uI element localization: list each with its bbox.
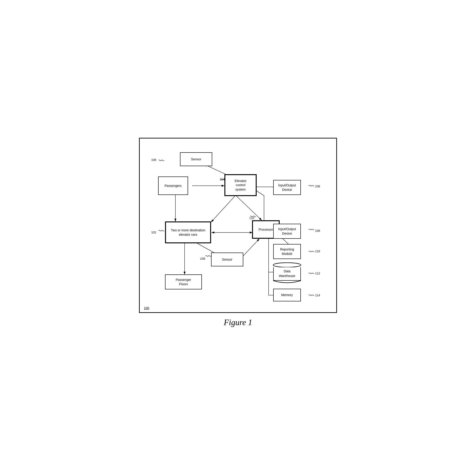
svg-line-11 xyxy=(241,239,259,258)
sensor-mid-ref: 108 xyxy=(200,257,205,260)
passenger-floors-label: PassengerFloors xyxy=(176,278,191,286)
processor-label: Processor xyxy=(258,227,273,232)
input-output-mid-ref: 106 xyxy=(315,229,320,232)
passengers-box: Passengers xyxy=(158,177,188,195)
input-output-mid-box: Input/OutputDevice xyxy=(273,224,301,239)
input-output-top-ref: 106 xyxy=(315,185,320,188)
diagram-number: 100 xyxy=(144,306,149,310)
svg-point-19 xyxy=(273,263,301,267)
destination-cars-box: Two or more destinationelevator cars xyxy=(165,222,211,243)
sensor-mid-label: Sensor xyxy=(222,257,232,262)
elevator-control-box: Elevatorcontrolsystem xyxy=(224,174,257,196)
memory-ref: 114 xyxy=(315,294,320,297)
cylinder-bottom-ellipse xyxy=(273,280,301,283)
elevator-control-label: Elevatorcontrolsystem xyxy=(234,179,246,191)
cylinder-top-ellipse xyxy=(273,263,301,267)
destination-cars-ref: 102 xyxy=(151,231,156,234)
memory-label: Memory xyxy=(281,293,293,297)
passenger-floors-box: PassengerFloors xyxy=(165,275,202,289)
svg-line-6 xyxy=(211,196,235,222)
reporting-module-label: ReportingModule xyxy=(280,247,294,255)
data-warehouse-cylinder: DataWarehouse xyxy=(273,263,301,283)
memory-box: Memory xyxy=(273,289,301,301)
input-output-top-label: Input/OutputDevice xyxy=(278,183,296,191)
sensor-top-box: Sensor xyxy=(180,152,212,166)
svg-line-7 xyxy=(236,196,262,220)
figure-title: Figure 1 xyxy=(224,317,252,327)
reporting-module-box: ReportingModule xyxy=(273,244,301,259)
reporting-module-ref: 116 xyxy=(315,250,320,253)
elevator-control-ref: 104 xyxy=(220,178,225,181)
diagram-border: Sensor 108 Elevatorcontrolsystem 104 Inp… xyxy=(139,138,337,313)
input-output-top-box: Input/OutputDevice xyxy=(273,180,301,195)
input-output-mid-label: Input/OutputDevice xyxy=(278,227,296,235)
page-wrapper: Sensor 108 Elevatorcontrolsystem 104 Inp… xyxy=(134,138,342,327)
data-warehouse-ref: 112 xyxy=(315,272,320,275)
processor-ref: 110 xyxy=(249,216,254,220)
sensor-top-label: Sensor xyxy=(191,157,201,161)
sensor-mid-box: Sensor xyxy=(211,253,243,266)
sensor-top-ref: 108 xyxy=(151,158,156,161)
data-warehouse-label: DataWarehouse xyxy=(279,269,295,278)
destination-cars-label: Two or more destinationelevator cars xyxy=(171,228,205,236)
passengers-label: Passengers xyxy=(165,184,182,188)
